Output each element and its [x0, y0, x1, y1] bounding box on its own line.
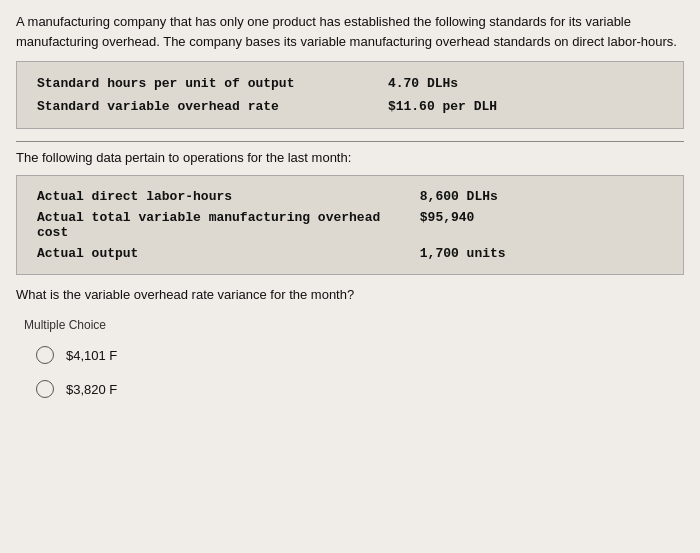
choice-item-1[interactable]: $4,101 F — [36, 346, 684, 364]
data-row-2: Actual total variable manufacturing over… — [31, 207, 669, 243]
data-value-1: 8,600 DLHs — [414, 186, 669, 207]
intro-paragraph: A manufacturing company that has only on… — [16, 12, 684, 51]
choice-text-1: $4,101 F — [66, 348, 117, 363]
data-row-3: Actual output 1,700 units — [31, 243, 669, 264]
choices-container: $4,101 F $3,820 F — [16, 346, 684, 398]
divider-1 — [16, 141, 684, 142]
standards-box: Standard hours per unit of output 4.70 D… — [16, 61, 684, 129]
multiple-choice-label: Multiple Choice — [24, 318, 684, 332]
operations-label: The following data pertain to operations… — [16, 150, 684, 165]
data-box: Actual direct labor-hours 8,600 DLHs Act… — [16, 175, 684, 275]
standards-table: Standard hours per unit of output 4.70 D… — [31, 72, 669, 118]
standards-label-2: Standard variable overhead rate — [31, 95, 382, 118]
question-text: What is the variable overhead rate varia… — [16, 287, 684, 302]
data-table: Actual direct labor-hours 8,600 DLHs Act… — [31, 186, 669, 264]
radio-button-1[interactable] — [36, 346, 54, 364]
choice-text-2: $3,820 F — [66, 382, 117, 397]
standards-value-1: 4.70 DLHs — [382, 72, 669, 95]
data-value-2: $95,940 — [414, 207, 669, 243]
standards-label-1: Standard hours per unit of output — [31, 72, 382, 95]
data-value-3: 1,700 units — [414, 243, 669, 264]
standards-row-1: Standard hours per unit of output 4.70 D… — [31, 72, 669, 95]
radio-button-2[interactable] — [36, 380, 54, 398]
data-label-1: Actual direct labor-hours — [31, 186, 414, 207]
data-row-1: Actual direct labor-hours 8,600 DLHs — [31, 186, 669, 207]
standards-value-2: $11.60 per DLH — [382, 95, 669, 118]
data-label-3: Actual output — [31, 243, 414, 264]
standards-row-2: Standard variable overhead rate $11.60 p… — [31, 95, 669, 118]
choice-item-2[interactable]: $3,820 F — [36, 380, 684, 398]
data-label-2: Actual total variable manufacturing over… — [31, 207, 414, 243]
